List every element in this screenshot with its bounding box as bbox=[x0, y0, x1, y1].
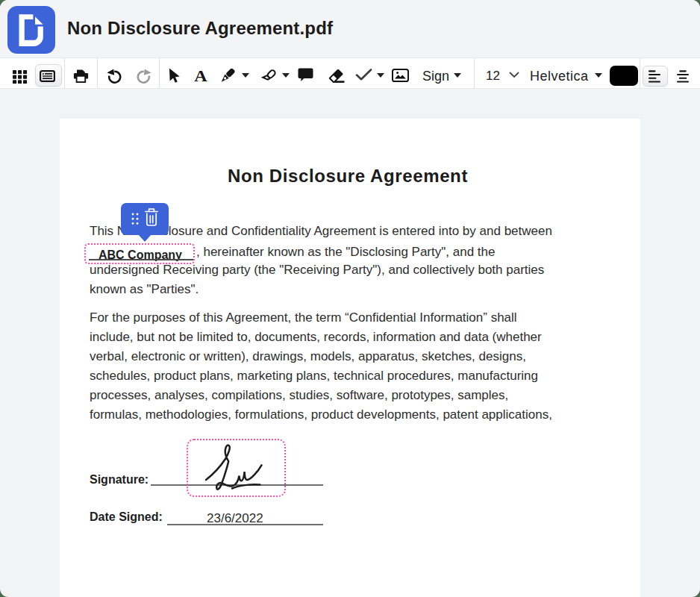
svg-text:A: A bbox=[194, 70, 207, 82]
